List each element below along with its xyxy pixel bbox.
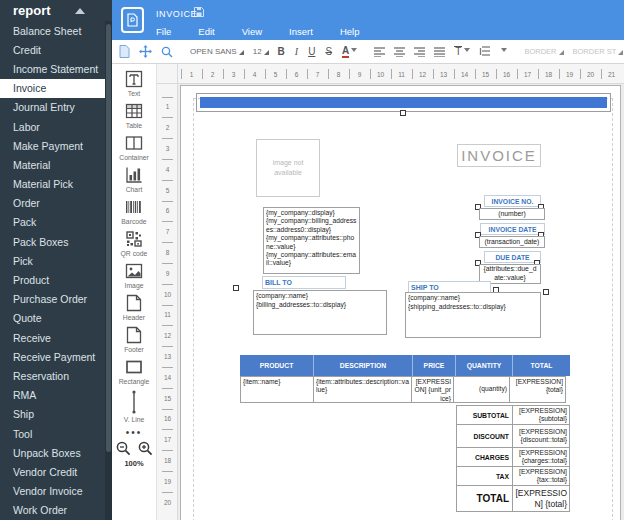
sidebar-item-purchase-order[interactable]: Purchase Order [0, 290, 105, 309]
invoice-date-field[interactable]: (transaction_date) [479, 236, 545, 248]
invoice-title-text[interactable]: INVOICE [457, 144, 541, 167]
tool-header[interactable]: Header [119, 293, 150, 321]
tool-text[interactable]: Text [119, 69, 150, 97]
sidebar-item-rma[interactable]: RMA [0, 386, 105, 405]
tool-image[interactable]: Image [119, 261, 150, 289]
sidebar-item-work-order[interactable]: Work Order [0, 501, 105, 520]
sidebar-item-ship[interactable]: Ship [0, 405, 105, 424]
sidebar-item-pack[interactable]: Pack [0, 213, 105, 232]
invoice-no-label[interactable]: INVOICE NO. [484, 195, 541, 207]
tool-barcode[interactable]: Barcode [119, 197, 150, 225]
row-cell-product[interactable]: {item::name} [240, 376, 314, 403]
bill-to-label[interactable]: BILL TO [262, 276, 346, 289]
invoice-date-label[interactable]: INVOICE DATE [480, 223, 545, 235]
summary-label[interactable]: SUBTOTAL [456, 405, 513, 425]
line-spacing-icon[interactable] [479, 45, 490, 59]
sidebar-item-tool[interactable]: Tool [0, 424, 105, 443]
underline-button[interactable]: U [308, 46, 315, 57]
summary-label[interactable]: TOTAL [456, 485, 513, 512]
company-info-block[interactable]: {my_company::display}{my_company::billin… [263, 207, 360, 274]
zoom-in-icon[interactable] [138, 441, 153, 456]
sidebar-item-labor[interactable]: Labor [0, 117, 105, 136]
row-cell-total[interactable]: [EXPRESSION] {total} [509, 376, 566, 403]
sidebar-item-vendor-credit[interactable]: Vendor Credit [0, 462, 105, 481]
sidebar-item-balance-sheet[interactable]: Balance Sheet [0, 21, 105, 40]
zoom-out-icon[interactable] [116, 441, 131, 456]
tool-table[interactable]: Table [119, 101, 150, 129]
sidebar-item-order[interactable]: Order [0, 194, 105, 213]
invoice-no-field[interactable]: (number) [479, 208, 545, 220]
invoice-page[interactable]: image not available INVOICE {my_company:… [180, 85, 621, 520]
border-style-select[interactable]: BORDER ST [573, 47, 624, 56]
row-cell-price[interactable]: [EXPRESSION] {unit_price} [411, 376, 454, 403]
row-cell-description[interactable]: {item::attributes::description::value} [313, 376, 412, 403]
align-right-icon[interactable] [414, 45, 425, 59]
summary-value[interactable]: [EXPRESSION] {charges::total} [512, 447, 570, 467]
summary-label[interactable]: DISCOUNT [456, 424, 513, 448]
logo-image-placeholder[interactable]: image not available [256, 139, 320, 197]
column-header-description[interactable]: DESCRIPTION [314, 355, 413, 376]
sidebar-item-reservation[interactable]: Reservation [0, 366, 105, 385]
move-icon[interactable] [139, 45, 152, 59]
save-icon[interactable] [194, 7, 204, 17]
sidebar-item-receive-payment[interactable]: Receive Payment [0, 347, 105, 366]
sidebar-item-product[interactable]: Product [0, 270, 105, 289]
sidebar-scrollbar[interactable] [105, 21, 112, 520]
menu-view[interactable]: View [242, 26, 262, 37]
sidebar-item-unpack-boxes[interactable]: Unpack Boxes [0, 443, 105, 462]
font-color-button[interactable]: A [342, 45, 349, 58]
tool-qr-code[interactable]: QR code [119, 229, 150, 257]
header-blue-bar-rectangle[interactable] [200, 97, 607, 108]
sidebar-item-credit[interactable]: Credit [0, 40, 105, 59]
menu-insert[interactable]: Insert [289, 26, 313, 37]
tool-rectangle[interactable]: Rectangle [119, 357, 150, 385]
vertical-align-button[interactable]: T [454, 46, 462, 58]
sidebar-item-journal-entry[interactable]: Journal Entry [0, 98, 105, 117]
sidebar-item-pack-boxes[interactable]: Pack Boxes [0, 232, 105, 251]
font-color-caret-icon[interactable] [351, 48, 357, 52]
tool-v-line[interactable]: V. Line [119, 389, 150, 423]
line-spacing-caret-icon[interactable] [501, 48, 507, 52]
bill-to-block[interactable]: {company::name}{billing_addresses::to::d… [253, 290, 387, 335]
menu-file[interactable]: File [156, 26, 171, 37]
sidebar-item-quote[interactable]: Quote [0, 309, 105, 328]
border-select[interactable]: BORDER [524, 47, 563, 56]
selection-handle[interactable] [400, 110, 406, 116]
sidebar-scrollbar-thumb[interactable] [106, 24, 111, 452]
selection-handle[interactable] [233, 285, 239, 291]
strikethrough-button[interactable]: S [325, 46, 332, 57]
summary-value[interactable]: [EXPRESSION] {tax::total} [512, 466, 570, 486]
more-tools-icon[interactable]: ••• [126, 430, 143, 436]
column-header-total[interactable]: TOTAL [513, 355, 570, 376]
sidebar-item-vendor-invoice[interactable]: Vendor Invoice [0, 482, 105, 501]
sidebar-item-income-statement[interactable]: Income Statement [0, 59, 105, 78]
sidebar-item-invoice[interactable]: Invoice [0, 79, 105, 98]
align-justify-icon[interactable] [434, 45, 445, 59]
font-family-select[interactable]: OPEN SANS [190, 47, 244, 56]
summary-label[interactable]: CHARGES [456, 447, 513, 467]
sidebar-item-pick[interactable]: Pick [0, 251, 105, 270]
align-left-icon[interactable] [374, 45, 385, 59]
search-icon[interactable] [161, 45, 173, 59]
sidebar-item-material[interactable]: Material [0, 155, 105, 174]
menu-help[interactable]: Help [340, 26, 360, 37]
column-header-quantity[interactable]: QUANTITY [456, 355, 513, 376]
sidebar-item-material-pick[interactable]: Material Pick [0, 175, 105, 194]
sidebar-item-make-payment[interactable]: Make Payment [0, 136, 105, 155]
bold-button[interactable]: B [278, 46, 285, 57]
summary-value[interactable]: [EXPRESSION] {discount::total} [512, 424, 570, 448]
sidebar-item-receive[interactable]: Receive [0, 328, 105, 347]
new-page-icon[interactable] [119, 45, 130, 59]
vertical-align-caret-icon[interactable] [464, 48, 470, 52]
summary-label[interactable]: TAX [456, 466, 513, 486]
font-size-select[interactable]: 12 [253, 47, 269, 56]
ship-to-block[interactable]: {company::name}{shipping_addresses::to::… [405, 292, 541, 338]
tool-container[interactable]: Container [119, 133, 150, 161]
row-cell-quantity[interactable]: (quantity) [453, 376, 510, 403]
selection-handle[interactable] [543, 289, 549, 295]
summary-value[interactable]: [EXPRESSION] {total} [512, 485, 570, 512]
summary-value[interactable]: [EXPRESSION] {subtotal} [512, 405, 570, 425]
tool-chart[interactable]: Chart [119, 165, 150, 193]
tool-footer[interactable]: Footer [119, 325, 150, 353]
sidebar-header[interactable]: report [0, 0, 112, 21]
